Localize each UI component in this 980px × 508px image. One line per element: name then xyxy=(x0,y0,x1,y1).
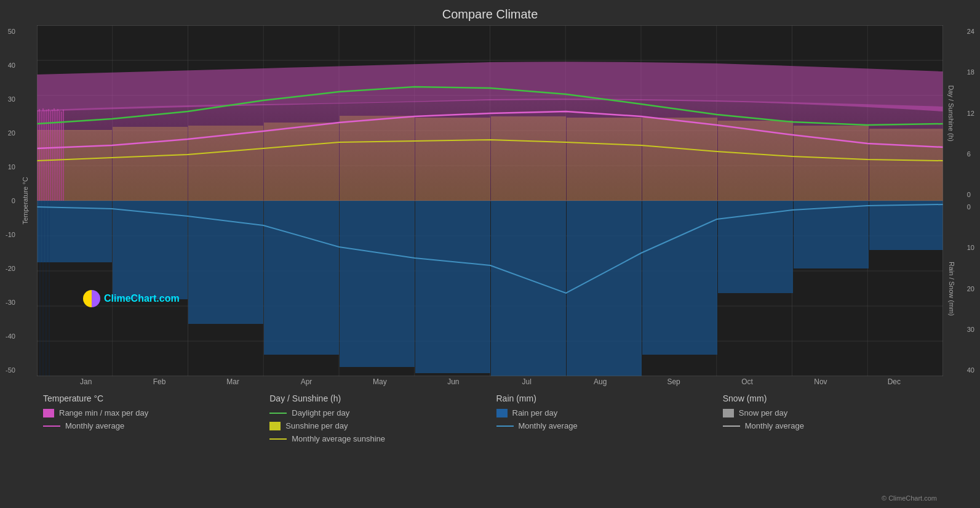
y-left-m30: -30 xyxy=(6,299,15,306)
legend-label-temp-avg: Monthly average xyxy=(65,421,124,430)
legend-row-snow-avg: Monthly average xyxy=(723,421,937,430)
x-label-sep: Sep xyxy=(637,377,710,386)
y-axis-left-label: Temperature °C xyxy=(22,177,29,224)
legend-swatch-snow-bar xyxy=(723,409,734,417)
svg-rect-62 xyxy=(794,201,869,268)
svg-rect-52 xyxy=(37,201,112,262)
legend-swatch-daylight xyxy=(269,413,287,414)
y-axis-right-sun-label: Day / Sunshine (h) xyxy=(947,85,954,141)
y-left-m50: -50 xyxy=(6,366,15,374)
legend-row-temp-avg: Monthly average xyxy=(43,421,257,430)
svg-rect-56 xyxy=(340,201,415,367)
legend-title-sunshine: Day / Sunshine (h) xyxy=(269,393,484,403)
legend-row-rain-bar: Rain per day xyxy=(496,408,711,417)
legend-row-temp-range: Range min / max per day xyxy=(43,408,257,417)
y-right-r40: 40 xyxy=(967,366,974,374)
y-axis-right-rain-label: Rain / Snow (mm) xyxy=(948,262,955,316)
legend-title-temperature: Temperature °C xyxy=(43,393,257,403)
y-left-50: 50 xyxy=(8,28,15,35)
legend-col-rain: Rain (mm) Rain per day Monthly average xyxy=(490,393,717,443)
y-right-12: 12 xyxy=(967,110,974,117)
svg-rect-55 xyxy=(264,201,339,355)
y-right-r0: 0 xyxy=(967,203,971,211)
legend-label-rain-bar: Rain per day xyxy=(512,408,558,417)
y-right-r10: 10 xyxy=(967,244,974,251)
y-right-r30: 30 xyxy=(967,326,974,333)
x-label-jul: Jul xyxy=(490,377,564,386)
legend-col-temperature: Temperature °C Range min / max per day M… xyxy=(37,393,263,443)
main-chart xyxy=(37,25,943,376)
page-title: Compare Climate xyxy=(0,0,980,24)
legend-label-sunshine-avg: Monthly average sunshine xyxy=(292,434,385,443)
y-right-r20: 20 xyxy=(967,285,974,292)
y-right-18: 18 xyxy=(967,68,974,76)
legend-label-daylight: Daylight per day xyxy=(292,408,349,417)
legend-row-sunshine-bar: Sunshine per day xyxy=(269,421,484,430)
legend-swatch-temp-range xyxy=(43,409,54,417)
y-left-m20: -20 xyxy=(6,265,15,272)
y-left-m40: -40 xyxy=(6,333,15,340)
logo-circle-bottomleft xyxy=(83,290,100,307)
logo-text-bottomleft: ClimeChart.com xyxy=(104,293,180,304)
rain-bars xyxy=(37,201,943,376)
legend-row-snow-bar: Snow per day xyxy=(723,408,937,417)
page-wrapper: Compare Climate Macau Macau ClimeChart.c… xyxy=(0,0,980,508)
y-left-0: 0 xyxy=(12,197,15,204)
copyright: © ClimeChart.com xyxy=(882,494,937,502)
x-label-jun: Jun xyxy=(416,377,490,386)
legend-swatch-temp-avg xyxy=(43,425,60,427)
legend-title-snow: Snow (mm) xyxy=(723,393,937,403)
legend-col-snow: Snow (mm) Snow per day Monthly average xyxy=(717,393,943,443)
y-right-6: 6 xyxy=(967,150,971,158)
x-label-may: May xyxy=(343,377,416,386)
x-label-aug: Aug xyxy=(564,377,637,386)
y-right-24: 24 xyxy=(967,28,974,35)
x-label-apr: Apr xyxy=(269,377,343,386)
svg-rect-63 xyxy=(869,201,943,250)
x-label-feb: Feb xyxy=(122,377,196,386)
y-left-20: 20 xyxy=(8,129,15,137)
legend-swatch-rain-bar xyxy=(496,409,508,417)
legend-swatch-rain-avg xyxy=(496,425,514,427)
legend-label-temp-range: Range min / max per day xyxy=(59,408,148,417)
legend-swatch-sunshine-bar xyxy=(269,422,281,430)
svg-rect-59 xyxy=(567,201,642,376)
logo-bottomleft: ClimeChart.com xyxy=(83,290,180,307)
x-label-nov: Nov xyxy=(784,377,857,386)
legend-row-sunshine-avg: Monthly average sunshine xyxy=(269,434,484,443)
legend-row-daylight: Daylight per day xyxy=(269,408,484,417)
x-label-dec: Dec xyxy=(858,377,931,386)
legend-col-sunshine: Day / Sunshine (h) Daylight per day Suns… xyxy=(263,393,490,443)
legend-label-rain-avg: Monthly average xyxy=(519,421,578,430)
svg-rect-54 xyxy=(188,201,263,324)
legend-title-rain: Rain (mm) xyxy=(496,393,711,403)
legend-row-rain-avg: Monthly average xyxy=(496,421,711,430)
svg-rect-57 xyxy=(415,201,490,373)
x-label-mar: Mar xyxy=(196,377,269,386)
legend-label-snow-avg: Monthly average xyxy=(745,421,804,430)
legend-label-snow-bar: Snow per day xyxy=(739,408,788,417)
x-axis-labels: Jan Feb Mar Apr May Jun Jul Aug Sep Oct … xyxy=(37,377,943,386)
y-left-m10: -10 xyxy=(6,231,15,238)
legend-area: Temperature °C Range min / max per day M… xyxy=(37,393,943,443)
legend-swatch-snow-avg xyxy=(723,425,740,427)
x-label-oct: Oct xyxy=(711,377,784,386)
y-right-0: 0 xyxy=(967,191,971,198)
y-left-40: 40 xyxy=(8,62,15,69)
x-label-jan: Jan xyxy=(49,377,122,386)
legend-label-sunshine-bar: Sunshine per day xyxy=(285,421,348,430)
y-left-30: 30 xyxy=(8,95,15,103)
legend-swatch-sunshine-avg xyxy=(269,438,287,440)
y-left-10: 10 xyxy=(8,163,15,171)
